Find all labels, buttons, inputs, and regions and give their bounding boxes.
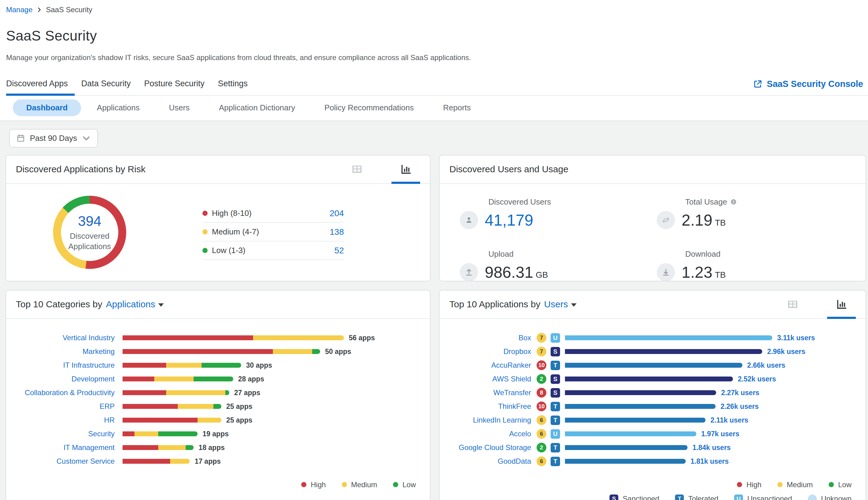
subtab-applications[interactable]: Applications <box>83 99 153 116</box>
category-stacked-bar <box>123 390 229 395</box>
category-label[interactable]: Development <box>6 375 115 383</box>
risk-legend-row: Low (1-3)52 <box>203 241 344 260</box>
stat-label: Discovered Users <box>488 197 657 207</box>
application-row: Accelo6U1.97k users <box>439 427 866 441</box>
top-10-categories-card: Top 10 Categories by Applications Vertic… <box>5 290 431 500</box>
legend-label: Unsanctioned <box>747 495 792 500</box>
risk-score-badge: 6 <box>537 429 546 439</box>
category-label[interactable]: IT Management <box>6 443 115 452</box>
tab-posture-security[interactable]: Posture Security <box>137 74 211 95</box>
legend-value[interactable]: 52 <box>334 246 344 255</box>
risk-legend-row: Medium (4-7)138 <box>203 223 344 241</box>
stat-value[interactable]: 41,179 <box>485 211 533 229</box>
dashboard-content: Past 90 Days Discovered Applications by … <box>0 121 868 500</box>
risk-card-chart-view-toggle[interactable] <box>391 156 420 183</box>
risk-score-badge: 6 <box>537 456 546 466</box>
risk-card-table-view-toggle[interactable] <box>343 156 372 183</box>
application-label[interactable]: WeTransfer <box>439 388 531 397</box>
subtab-users[interactable]: Users <box>156 99 203 116</box>
risk-score-badge: 10 <box>537 360 546 370</box>
bar-segment-medium <box>154 376 194 382</box>
tag-tolerated-icon: T <box>675 495 684 500</box>
stat-row: 2.19TB <box>657 211 854 229</box>
application-label[interactable]: Accelo <box>439 430 531 438</box>
external-link-icon <box>753 79 763 88</box>
discovered-users-and-usage-card: Discovered Users and Usage Discovered Us… <box>439 155 866 281</box>
application-label[interactable]: AWS Shield <box>439 375 531 383</box>
category-row: IT Infrastructure30 apps <box>6 359 430 372</box>
bar-segment-low <box>225 390 229 395</box>
bar-segment-medium <box>158 445 186 450</box>
donut-total-label: Discovered Applications <box>61 231 118 252</box>
category-label[interactable]: ERP <box>6 402 115 411</box>
donut-total-value[interactable]: 394 <box>78 213 102 229</box>
category-stacked-bar <box>123 459 190 464</box>
legend-label: High <box>746 480 761 489</box>
subtab-policy-recommendations[interactable]: Policy Recommendations <box>311 99 427 116</box>
application-value[interactable]: 2.66k users <box>747 361 785 370</box>
category-label[interactable]: Collaboration & Productivity <box>6 388 115 397</box>
application-label[interactable]: Box <box>439 333 531 342</box>
tag-tolerated-badge: T <box>551 416 560 425</box>
tab-data-security[interactable]: Data Security <box>75 74 137 95</box>
application-bar <box>565 349 762 354</box>
application-value[interactable]: 1.97k users <box>701 430 739 438</box>
applications-card-table-view-toggle[interactable] <box>778 291 807 318</box>
application-label[interactable]: Dropbox <box>439 347 531 356</box>
bar-segment-high <box>123 363 166 368</box>
category-label[interactable]: IT Infrastructure <box>6 361 115 370</box>
application-label[interactable]: GoodData <box>439 457 531 466</box>
application-value[interactable]: 2.26k users <box>720 402 758 411</box>
application-label[interactable]: ThinkFree <box>439 402 531 411</box>
applications-card-chart-view-toggle[interactable] <box>827 291 856 318</box>
subtab-reports[interactable]: Reports <box>430 99 484 116</box>
breadcrumb-manage-link[interactable]: Manage <box>6 5 33 14</box>
subtab-dashboard[interactable]: Dashboard <box>13 99 81 116</box>
application-value[interactable]: 2.27k users <box>721 389 759 397</box>
application-value[interactable]: 1.84k users <box>693 444 731 452</box>
application-value[interactable]: 2.96k users <box>767 348 805 356</box>
legend-value[interactable]: 138 <box>330 227 344 237</box>
saas-security-console-link[interactable]: SaaS Security Console <box>753 79 863 89</box>
category-label[interactable]: Vertical Industry <box>6 333 115 342</box>
stat-label: Download <box>685 249 854 259</box>
risk-legend-row: High (8-10)204 <box>203 204 344 223</box>
application-value[interactable]: 3.11k users <box>777 334 815 342</box>
chevron-down-icon <box>571 303 576 307</box>
category-value: 50 apps <box>325 348 351 356</box>
category-stacked-bar <box>123 349 320 354</box>
stat-value: 2.19TB <box>682 211 726 229</box>
application-label[interactable]: AccuRanker <box>439 361 531 370</box>
category-row: Development28 apps <box>6 372 430 386</box>
applications-metric-dropdown[interactable]: Users <box>544 299 576 309</box>
category-value: 25 apps <box>226 416 252 424</box>
application-value[interactable]: 1.81k users <box>690 457 729 466</box>
application-label[interactable]: LinkedIn Learning <box>439 416 531 424</box>
risk-card-title: Discovered Applications by Risk <box>16 164 146 174</box>
info-icon[interactable] <box>730 198 737 205</box>
categories-metric-dropdown[interactable]: Applications <box>106 299 164 309</box>
time-range-filter-button[interactable]: Past 90 Days <box>9 129 98 148</box>
stat-value: 1.23TB <box>682 263 726 281</box>
tab-discovered-apps[interactable]: Discovered Apps <box>6 74 75 95</box>
unknown-dot-icon <box>808 495 817 500</box>
application-row: ThinkFree10T2.26k users <box>439 400 866 413</box>
tab-settings[interactable]: Settings <box>211 74 254 95</box>
application-label[interactable]: Google Cloud Storage <box>439 443 531 452</box>
application-value[interactable]: 2.11k users <box>710 416 748 424</box>
application-row: LinkedIn Learning6T2.11k users <box>439 413 866 427</box>
category-label[interactable]: Security <box>6 430 115 438</box>
table-view-icon <box>787 298 799 310</box>
category-stacked-bar <box>123 376 233 382</box>
bar-segment-low <box>186 445 194 450</box>
bar-segment-high <box>123 418 197 422</box>
category-row: Security19 apps <box>6 427 430 441</box>
category-label[interactable]: Customer Service <box>6 457 115 466</box>
application-value[interactable]: 2.52k users <box>738 375 776 383</box>
category-label[interactable]: Marketing <box>6 347 115 356</box>
legend-value[interactable]: 204 <box>330 208 344 218</box>
bar-segment-medium <box>166 363 202 368</box>
category-label[interactable]: HR <box>6 416 115 424</box>
subtab-application-dictionary[interactable]: Application Dictionary <box>205 99 309 116</box>
bar-segment-medium <box>178 404 214 409</box>
